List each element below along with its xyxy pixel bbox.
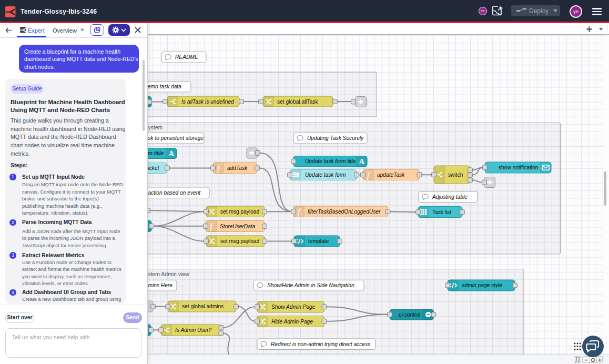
svg-text:StoreUserData: StoreUserData [220,224,256,229]
svg-text:set msg.payload: set msg.payload [220,209,260,215]
svg-text:Is Admin User?: Is Admin User? [175,327,212,333]
svg-text:Update task form title: Update task form title [305,158,356,164]
svg-text:Show Admin Page: Show Admin Page [271,304,316,310]
svg-text:A: A [169,149,175,158]
svg-text:template: template [308,238,329,244]
svg-text:icket: icket [148,165,160,171]
svg-text:set global.allTask: set global.allTask [277,99,318,105]
svg-text:Adjusting table: Adjusting table [432,194,468,200]
svg-text:Update task form: Update task form [305,172,346,178]
svg-text:sk to persistent storage: sk to persistent storage [148,135,204,141]
svg-text:admin page style: admin page style [462,282,502,288]
svg-text:Show/Hide Admin in Side Naviga: Show/Hide Admin in Side Navigation [267,282,354,288]
svg-text:stem Admin view: stem Admin view [148,271,189,277]
svg-text:updateTask: updateTask [377,172,405,178]
svg-text:A: A [359,157,365,166]
svg-text:set msg.payload: set msg.payload [220,238,260,244]
svg-text:filterTaskBasedOnLoggedUser: filterTaskBasedOnLoggedUser [308,209,381,215]
svg-text:ystem: ystem [148,125,163,130]
svg-text:Task list: Task list [432,209,451,215]
svg-text:set global.admins: set global.admins [182,304,224,309]
svg-text:show notification: show notification [499,165,538,170]
svg-text:mins Here: mins Here [148,282,173,288]
svg-text:Is allTask is undefined: Is allTask is undefined [181,99,234,105]
svg-text:addTask: addTask [227,165,248,171]
svg-text:Redirect is non-admin trying d: Redirect is non-admin trying direct acce… [271,341,370,347]
svg-text:m titile: m titile [148,150,164,156]
svg-text:README: README [175,54,198,60]
svg-text:switch: switch [448,172,463,178]
svg-text:Demo task data: Demo task data [148,84,181,89]
svg-text:Updating Task Securely: Updating Task Securely [307,135,364,141]
svg-text:Hide Admin Page: Hide Admin Page [271,319,313,325]
svg-text:ui control: ui control [399,312,420,318]
svg-text:action based on event: action based on event [148,190,201,196]
